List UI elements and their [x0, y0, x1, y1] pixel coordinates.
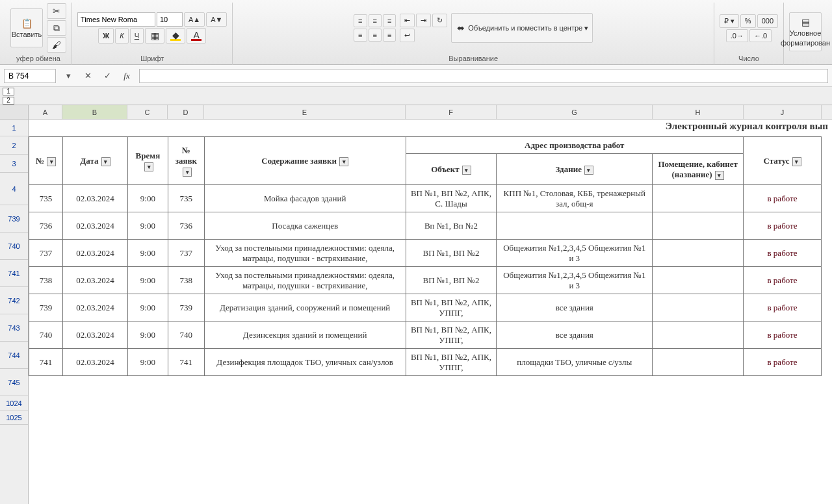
col-header[interactable]: H	[653, 105, 744, 119]
cell-object[interactable]: ВП №1, ВП №2	[406, 240, 497, 267]
cell-num[interactable]: 737	[29, 240, 63, 267]
cell-date[interactable]: 02.03.2024	[62, 185, 127, 212]
percent-button[interactable]: %	[740, 14, 756, 28]
decrease-indent-button[interactable]: ⇤	[400, 14, 415, 27]
cell-time[interactable]: 9:00	[127, 185, 168, 212]
cell-content[interactable]: Мойка фасадов зданий	[204, 185, 406, 212]
outline-level-1[interactable]: 1	[3, 88, 14, 95]
cell-status[interactable]: в работе	[744, 212, 822, 240]
row-number[interactable]: 739	[0, 205, 28, 233]
cell-req[interactable]: 735	[168, 185, 204, 212]
row-number[interactable]: 742	[0, 287, 28, 314]
col-header[interactable]: A	[29, 105, 62, 119]
wrap-text-button[interactable]: ↩	[400, 29, 415, 42]
table-row[interactable]: 74102.03.20249:00741Дезинфекция площадок…	[29, 349, 822, 376]
cell-content[interactable]: Дезинфекция площадок ТБО, уличных сан/уз…	[204, 349, 406, 376]
cell-num[interactable]: 741	[29, 349, 63, 376]
cell-time[interactable]: 9:00	[127, 294, 168, 321]
cell-date[interactable]: 02.03.2024	[62, 212, 127, 240]
italic-button[interactable]: К	[115, 28, 128, 44]
align-left-button[interactable]: ≡	[354, 29, 367, 42]
cell-status[interactable]: в работе	[744, 349, 822, 376]
cell-req[interactable]: 737	[168, 240, 204, 267]
row-number[interactable]: 744	[0, 342, 28, 369]
filter-arrow-icon[interactable]: ▾	[183, 168, 192, 177]
cell-room[interactable]	[653, 294, 744, 321]
orientation-button[interactable]: ↻	[432, 14, 447, 27]
col-header[interactable]: F	[406, 105, 497, 119]
cell-req[interactable]: 741	[168, 349, 204, 376]
row-number[interactable]: 741	[0, 260, 28, 287]
cell-status[interactable]: в работе	[744, 267, 822, 294]
decrease-font-button[interactable]: A▼	[206, 12, 227, 27]
name-box-dropdown-icon[interactable]: ▾	[61, 71, 75, 81]
cell-object[interactable]: ВП №1, ВП №2, АПК, УППГ,	[406, 321, 497, 349]
cell-status[interactable]: в работе	[744, 294, 822, 321]
cell-status[interactable]: в работе	[744, 185, 822, 212]
col-header[interactable]: C	[127, 105, 168, 119]
cell-object[interactable]: ВП №1, ВП №2, АПК, С. Шады	[406, 185, 497, 212]
filter-arrow-icon[interactable]: ▾	[101, 157, 110, 166]
cell-building[interactable]: площадки ТБО, уличные с/узлы	[497, 349, 653, 376]
align-center-button[interactable]: ≡	[369, 29, 382, 42]
cell-content[interactable]: Уход за постельными принадлежностями: од…	[204, 240, 406, 267]
formula-input[interactable]	[139, 69, 828, 83]
cell-building[interactable]	[497, 212, 653, 240]
cell-object[interactable]: Вп №1, Вп №2	[406, 212, 497, 240]
cell-date[interactable]: 02.03.2024	[62, 240, 127, 267]
cell-num[interactable]: 739	[29, 294, 63, 321]
conditional-formatting-button[interactable]: ▤ Условное форматирован	[789, 12, 822, 51]
name-box[interactable]	[4, 69, 56, 83]
col-header[interactable]: G	[497, 105, 653, 119]
cell-req[interactable]: 739	[168, 294, 204, 321]
cell-time[interactable]: 9:00	[127, 349, 168, 376]
cell-content[interactable]: Уход за постельными принадлежностями: од…	[204, 267, 406, 294]
table-row[interactable]: 73602.03.20249:00736Посадка саженцевВп №…	[29, 212, 822, 240]
format-painter-button[interactable]: 🖌	[47, 37, 66, 53]
cell-date[interactable]: 02.03.2024	[62, 294, 127, 321]
cell-num[interactable]: 738	[29, 267, 63, 294]
filter-arrow-icon[interactable]: ▾	[144, 162, 153, 171]
filter-arrow-icon[interactable]: ▾	[339, 157, 348, 166]
row-number[interactable]: 4	[0, 173, 28, 205]
increase-decimal-button[interactable]: .0→	[726, 29, 748, 42]
cell-building[interactable]: Общежития №1,2,3,4,5 Общежития №1 и 3	[497, 240, 653, 267]
select-all-corner[interactable]	[0, 105, 28, 120]
cell-status[interactable]: в работе	[744, 240, 822, 267]
font-color-button[interactable]: A	[187, 28, 206, 44]
paste-button[interactable]: 📋 Вставить	[10, 8, 43, 47]
table-row[interactable]: 73502.03.20249:00735Мойка фасадов зданий…	[29, 185, 822, 212]
merge-center-button[interactable]: ⬌ Объединить и поместить в центре ▾	[451, 13, 593, 43]
col-header[interactable]: D	[168, 105, 204, 119]
increase-font-button[interactable]: A▲	[184, 12, 205, 27]
row-number[interactable]: 3	[0, 155, 28, 173]
table-row[interactable]: 74002.03.20249:00740Дезинсекция зданий и…	[29, 321, 822, 349]
cell-room[interactable]	[653, 321, 744, 349]
cell-object[interactable]: ВП №1, ВП №2, АПК, УППГ,	[406, 349, 497, 376]
cell-num[interactable]: 740	[29, 321, 63, 349]
cell-building[interactable]: все здания	[497, 321, 653, 349]
cell-content[interactable]: Дератизация зданий, сооружений и помещен…	[204, 294, 406, 321]
cell-building[interactable]: все здания	[497, 294, 653, 321]
row-number[interactable]: 2	[0, 136, 28, 155]
col-header[interactable]: E	[204, 105, 406, 119]
align-bottom-button[interactable]: ≡	[383, 14, 396, 27]
col-header[interactable]: B	[62, 105, 127, 119]
underline-button[interactable]: Ч	[130, 28, 144, 44]
filter-arrow-icon[interactable]: ▾	[462, 166, 471, 175]
filter-arrow-icon[interactable]: ▾	[584, 166, 593, 175]
cell-room[interactable]	[653, 267, 744, 294]
cell-room[interactable]	[653, 349, 744, 376]
cell-room[interactable]	[653, 212, 744, 240]
table-row[interactable]: 73802.03.20249:00738Уход за постельными …	[29, 267, 822, 294]
cell-num[interactable]: 735	[29, 185, 63, 212]
cell-req[interactable]: 740	[168, 321, 204, 349]
cancel-formula-button[interactable]: ✕	[81, 71, 95, 81]
table-row[interactable]: 73902.03.20249:00739Дератизация зданий, …	[29, 294, 822, 321]
cell-time[interactable]: 9:00	[127, 212, 168, 240]
col-header[interactable]: J	[744, 105, 822, 119]
bold-button[interactable]: Ж	[98, 28, 114, 44]
cell-building[interactable]: КПП №1, Столовая, КББ, тренажерный зал, …	[497, 185, 653, 212]
filter-arrow-icon[interactable]: ▾	[792, 157, 801, 166]
fx-button[interactable]: fx	[120, 71, 134, 81]
